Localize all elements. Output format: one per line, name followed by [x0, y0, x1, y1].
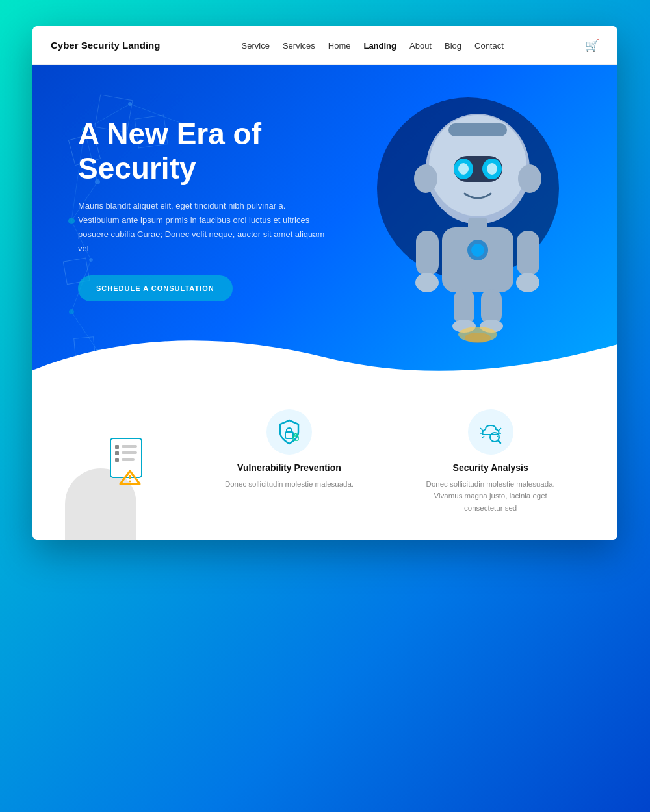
vulnerability-title: Vulnerability Prevention: [225, 463, 354, 473]
svg-point-37: [516, 273, 540, 292]
svg-rect-46: [115, 451, 119, 455]
cta-button[interactable]: SCHEDULE A CONSULTATION: [78, 275, 233, 301]
svg-line-63: [498, 440, 500, 443]
svg-rect-22: [448, 123, 507, 136]
shield-lock-icon: [275, 418, 304, 446]
svg-point-29: [518, 164, 541, 193]
nav-item-landing[interactable]: Landing: [363, 40, 396, 51]
svg-point-53: [129, 481, 131, 483]
hero-section: A New Era of Security Mauris blandit ali…: [32, 65, 618, 396]
robot-illustration: [358, 84, 578, 344]
nav-item-home[interactable]: Home: [328, 40, 351, 51]
svg-point-36: [415, 273, 439, 292]
hero-title: A New Era of Security: [78, 117, 325, 186]
svg-rect-49: [122, 451, 137, 454]
svg-rect-35: [517, 231, 540, 276]
svg-rect-45: [115, 445, 119, 449]
svg-point-27: [487, 163, 497, 175]
security-desc: Donec sollicitudin molestie malesuada. V…: [426, 478, 556, 514]
svg-rect-50: [122, 458, 135, 461]
security-title: Security Analysis: [426, 463, 556, 473]
nav-item-about[interactable]: About: [410, 40, 432, 51]
nav-item-services[interactable]: Services: [283, 40, 315, 51]
brand-logo: Cyber Security Landing: [51, 40, 160, 51]
svg-rect-34: [416, 231, 439, 276]
nav-item-blog[interactable]: Blog: [445, 40, 462, 51]
cart-icon[interactable]: 🛒: [585, 38, 599, 53]
feature-vulnerability: Vulnerability Prevention Donec sollicitu…: [225, 409, 354, 490]
svg-rect-47: [115, 458, 119, 462]
navbar: Cyber Security Landing Service Services …: [32, 26, 618, 65]
svg-line-58: [499, 428, 501, 431]
security-icon-wrapper: [468, 409, 514, 455]
svg-point-14: [128, 102, 132, 106]
svg-rect-48: [122, 445, 137, 448]
svg-line-56: [480, 428, 483, 431]
svg-point-16: [68, 218, 75, 224]
features-section: Vulnerability Prevention Donec sollicitu…: [32, 396, 618, 540]
hero-content: A New Era of Security Mauris blandit ali…: [78, 117, 325, 301]
document-warning-icon: [107, 435, 153, 487]
vulnerability-desc: Donec sollicitudin molestie malesuada.: [225, 478, 354, 490]
nav-item-service[interactable]: Service: [242, 40, 270, 51]
svg-point-26: [458, 163, 469, 175]
wave-divider: [32, 318, 618, 396]
svg-point-28: [414, 164, 437, 193]
bug-magnify-icon: [476, 418, 505, 446]
nav-item-contact[interactable]: Contact: [474, 40, 504, 51]
feature-security: Security Analysis Donec sollicitudin mol…: [426, 409, 556, 514]
svg-point-18: [69, 309, 74, 314]
svg-point-33: [471, 244, 484, 257]
feature-doc-card: [107, 435, 153, 490]
vulnerability-icon-wrapper: [266, 409, 312, 455]
svg-rect-54: [285, 432, 293, 438]
browser-window: Cyber Security Landing Service Services …: [32, 26, 618, 540]
hero-description: Mauris blandit aliquet elit, eget tincid…: [78, 199, 325, 256]
svg-line-60: [482, 436, 484, 438]
nav-menu: Service Services Home Landing About Blog…: [242, 40, 504, 51]
robot-svg: [358, 84, 578, 344]
